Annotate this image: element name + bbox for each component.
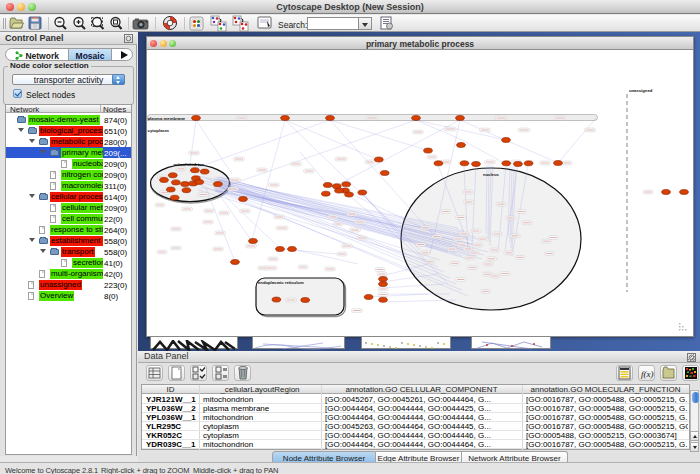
svg-text:nucleus: nucleus [483, 172, 499, 177]
svg-text:f(x): f(x) [641, 369, 654, 379]
svg-text:unassigned: unassigned [629, 88, 653, 93]
svg-text:plasma membrane: plasma membrane [148, 116, 186, 121]
svg-text:mitochondrion: mitochondrion [174, 162, 205, 167]
svg-text:endoplasmic reticulum: endoplasmic reticulum [258, 280, 304, 285]
svg-text:cytoplasm: cytoplasm [148, 128, 169, 133]
